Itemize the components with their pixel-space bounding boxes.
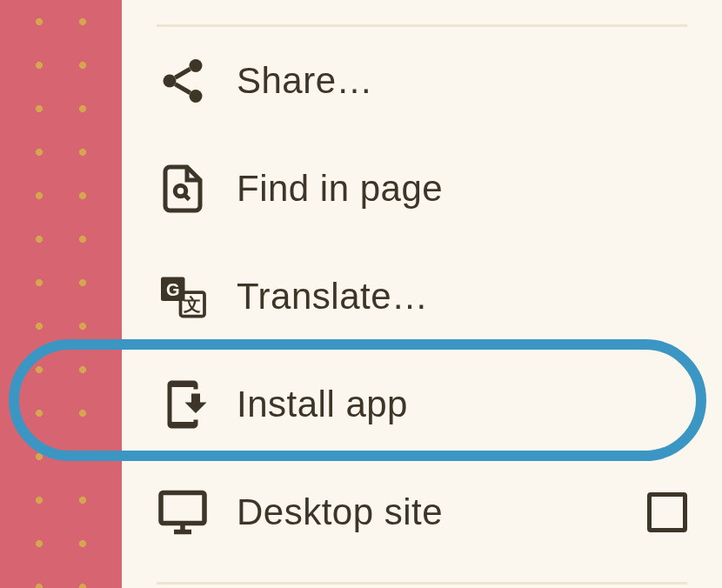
menu-item-find[interactable]: Find in page [122,135,722,243]
menu-item-desktop-site[interactable]: Desktop site [122,458,722,566]
desktop-site-checkbox[interactable] [647,492,687,532]
menu-item-label: Find in page [237,168,443,210]
share-icon [157,55,209,107]
install-app-icon [157,378,209,431]
svg-point-2 [190,90,203,103]
menu-item-translate[interactable]: G 文 Translate… [122,243,722,351]
browser-menu-panel: Share… Find in page G 文 Translate… [122,0,722,588]
svg-rect-8 [161,493,204,524]
svg-point-1 [164,75,177,88]
menu-item-share[interactable]: Share… [122,27,722,135]
translate-icon: G 文 [157,271,209,323]
desktop-icon [157,486,209,538]
menu-item-label: Share… [237,60,373,102]
divider [157,582,687,585]
menu-item-label: Translate… [237,276,429,317]
menu-item-label: Install app [237,384,408,425]
menu-item-install-app[interactable]: Install app [122,351,722,458]
svg-point-3 [175,185,186,197]
menu-item-label: Desktop site [237,491,443,533]
svg-point-0 [190,59,203,72]
svg-text:G: G [166,280,180,299]
find-in-page-icon [157,163,209,215]
svg-text:文: 文 [183,295,201,314]
